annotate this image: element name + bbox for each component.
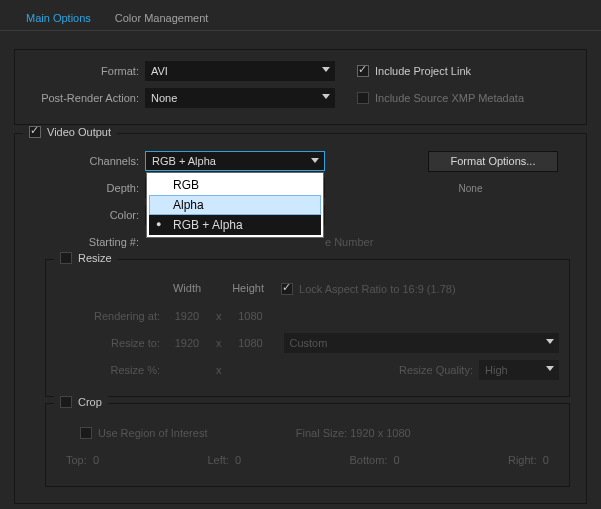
include-project-link-checkbox[interactable]	[357, 65, 369, 77]
post-render-select[interactable]: None	[145, 88, 335, 108]
format-value: AVI	[151, 65, 168, 77]
color-label: Color:	[25, 209, 145, 221]
channels-value: RGB + Alpha	[152, 155, 216, 167]
resize-pct-label: Resize %:	[56, 364, 166, 376]
include-xmp-label: Include Source XMP Metadata	[375, 92, 524, 104]
crop-right-value[interactable]: 0	[543, 454, 549, 466]
chevron-down-icon	[322, 94, 330, 99]
starting-number-hint: e Number	[325, 236, 373, 248]
roi-checkbox[interactable]	[80, 427, 92, 439]
resize-quality-value: High	[485, 364, 508, 376]
format-select[interactable]: AVI	[145, 61, 335, 81]
channels-option-rgba[interactable]: RGB + Alpha	[149, 215, 321, 235]
crop-checkbox[interactable]	[60, 396, 72, 408]
crop-bottom-label: Bottom:	[349, 454, 387, 466]
post-render-label: Post-Render Action:	[25, 92, 145, 104]
chevron-down-icon	[546, 339, 554, 344]
resize-preset-select[interactable]: Custom	[284, 333, 560, 353]
channels-option-rgb[interactable]: RGB	[149, 175, 321, 195]
include-project-link-label: Include Project Link	[375, 65, 471, 77]
tab-main-options[interactable]: Main Options	[14, 8, 103, 30]
chevron-down-icon	[311, 158, 319, 163]
resize-checkbox[interactable]	[60, 252, 72, 264]
channels-select[interactable]: RGB + Alpha RGB Alpha RGB + Alpha	[145, 151, 325, 171]
video-output-header: Video Output	[47, 126, 111, 138]
resize-header: Resize	[78, 252, 112, 264]
starting-number-label: Starting #:	[25, 236, 145, 248]
section-top: Format: AVI Include Project Link Post-Re…	[14, 49, 587, 125]
resize-quality-label: Resize Quality:	[399, 364, 473, 376]
roi-label: Use Region of Interest	[98, 427, 207, 439]
rendering-at-label: Rendering at:	[56, 310, 166, 322]
format-options-button[interactable]: Format Options...	[428, 151, 558, 172]
post-render-value: None	[151, 92, 177, 104]
video-output-checkbox[interactable]	[29, 126, 41, 138]
crop-header: Crop	[78, 396, 102, 408]
resize-to-height[interactable]: 1080	[230, 337, 272, 349]
crop-right-label: Right:	[508, 454, 537, 466]
section-video-output: Video Output Channels: RGB + Alpha RGB A…	[14, 133, 587, 504]
resize-preset-value: Custom	[290, 337, 328, 349]
channels-option-alpha[interactable]: Alpha	[149, 195, 321, 215]
chevron-down-icon	[322, 67, 330, 72]
section-crop: Crop Use Region of Interest Final Size: …	[45, 403, 570, 487]
resize-to-width[interactable]: 1920	[166, 337, 208, 349]
rendering-height: 1080	[230, 310, 272, 322]
lock-aspect-label: Lock Aspect Ratio to 16:9 (1.78)	[299, 283, 456, 295]
depth-label: Depth:	[25, 182, 145, 194]
section-resize: Resize Width Height Lock Aspect Ratio to…	[45, 259, 570, 397]
include-xmp-checkbox[interactable]	[357, 92, 369, 104]
crop-left-label: Left:	[207, 454, 228, 466]
channels-label: Channels:	[25, 155, 145, 167]
format-label: Format:	[25, 65, 145, 77]
depth-note: None	[419, 183, 483, 194]
crop-top-label: Top:	[66, 454, 87, 466]
final-size-label: Final Size: 1920 x 1080	[296, 427, 411, 439]
chevron-down-icon	[546, 366, 554, 371]
width-header: Width	[166, 282, 208, 294]
resize-quality-select[interactable]: High	[479, 360, 559, 380]
rendering-width: 1920	[166, 310, 208, 322]
lock-aspect-checkbox[interactable]	[281, 283, 293, 295]
crop-left-value[interactable]: 0	[235, 454, 241, 466]
channels-dropdown: RGB Alpha RGB + Alpha	[146, 172, 324, 238]
tab-color-management[interactable]: Color Management	[103, 8, 221, 30]
resize-to-label: Resize to:	[56, 337, 166, 349]
crop-top-value[interactable]: 0	[93, 454, 99, 466]
crop-bottom-value[interactable]: 0	[393, 454, 399, 466]
height-header: Height	[227, 282, 269, 294]
